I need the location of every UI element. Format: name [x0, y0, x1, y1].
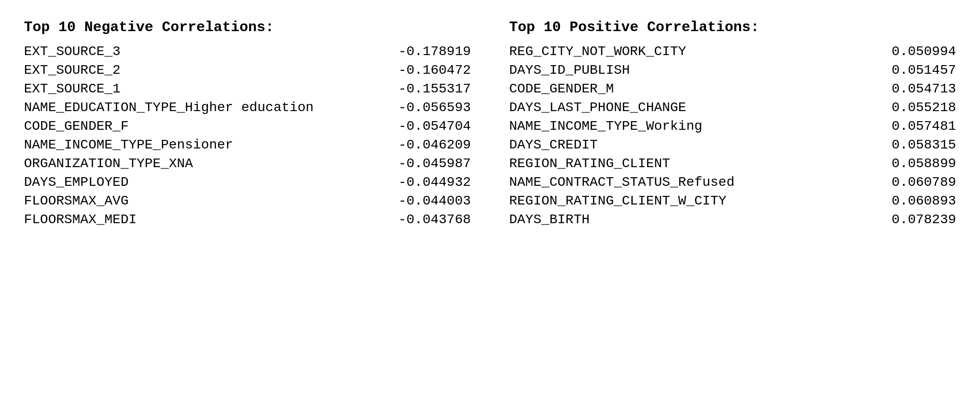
feature-name: REGION_RATING_CLIENT_W_CITY: [509, 193, 727, 208]
feature-value: -0.178919: [399, 44, 471, 59]
table-row: DAYS_EMPLOYED-0.044932: [24, 173, 471, 192]
feature-value: 0.057481: [889, 119, 956, 134]
feature-name: EXT_SOURCE_1: [24, 81, 121, 96]
table-row: FLOORSMAX_AVG-0.044003: [24, 192, 471, 210]
feature-value: -0.043768: [399, 212, 471, 227]
feature-name: DAYS_ID_PUBLISH: [509, 63, 630, 78]
table-row: REG_CITY_NOT_WORK_CITY0.050994: [509, 42, 956, 61]
feature-value: 0.055218: [889, 100, 956, 115]
feature-name: DAYS_BIRTH: [509, 212, 590, 227]
negative-correlations-column: Top 10 Negative Correlations: EXT_SOURCE…: [24, 19, 471, 390]
feature-name: ORGANIZATION_TYPE_XNA: [24, 156, 193, 171]
feature-name: EXT_SOURCE_3: [24, 44, 121, 59]
feature-name: FLOORSMAX_MEDI: [24, 212, 137, 227]
feature-value: -0.046209: [399, 137, 471, 152]
negative-title: Top 10 Negative Correlations:: [24, 19, 471, 35]
feature-value: 0.054713: [889, 81, 956, 96]
table-row: DAYS_CREDIT0.058315: [509, 136, 956, 154]
feature-name: DAYS_EMPLOYED: [24, 175, 128, 190]
feature-name: REG_CITY_NOT_WORK_CITY: [509, 44, 686, 59]
feature-name: NAME_INCOME_TYPE_Working: [509, 119, 702, 134]
table-row: DAYS_LAST_PHONE_CHANGE0.055218: [509, 98, 956, 117]
table-row: EXT_SOURCE_1-0.155317: [24, 80, 471, 98]
feature-value: -0.054704: [399, 119, 471, 134]
table-row: EXT_SOURCE_2-0.160472: [24, 61, 471, 80]
feature-value: 0.078239: [889, 212, 956, 227]
feature-value: -0.044932: [399, 175, 471, 190]
table-row: REGION_RATING_CLIENT_W_CITY0.060893: [509, 192, 956, 210]
feature-name: FLOORSMAX_AVG: [24, 193, 128, 208]
table-row: EXT_SOURCE_3-0.178919: [24, 42, 471, 61]
feature-value: 0.051457: [889, 63, 956, 78]
table-row: CODE_GENDER_M0.054713: [509, 80, 956, 98]
feature-name: CODE_GENDER_M: [509, 81, 614, 96]
table-row: DAYS_ID_PUBLISH0.051457: [509, 61, 956, 80]
feature-name: EXT_SOURCE_2: [24, 63, 121, 78]
feature-value: -0.056593: [399, 100, 471, 115]
main-container: Top 10 Negative Correlations: EXT_SOURCE…: [0, 0, 980, 409]
feature-name: REGION_RATING_CLIENT: [509, 156, 670, 171]
table-row: FLOORSMAX_MEDI-0.043768: [24, 210, 471, 229]
positive-title: Top 10 Positive Correlations:: [509, 19, 956, 35]
feature-name: NAME_INCOME_TYPE_Pensioner: [24, 137, 233, 152]
feature-value: 0.058315: [889, 137, 956, 152]
feature-name: NAME_CONTRACT_STATUS_Refused: [509, 175, 734, 190]
feature-value: -0.044003: [399, 193, 471, 208]
feature-value: -0.045987: [399, 156, 471, 171]
feature-name: NAME_EDUCATION_TYPE_Higher education: [24, 100, 314, 115]
table-row: DAYS_BIRTH0.078239: [509, 210, 956, 229]
table-row: REGION_RATING_CLIENT0.058899: [509, 154, 956, 173]
feature-value: 0.060789: [889, 175, 956, 190]
feature-name: DAYS_CREDIT: [509, 137, 598, 152]
negative-rows: EXT_SOURCE_3-0.178919EXT_SOURCE_2-0.1604…: [24, 42, 471, 229]
feature-value: -0.155317: [399, 81, 471, 96]
table-row: NAME_INCOME_TYPE_Pensioner-0.046209: [24, 136, 471, 154]
feature-value: -0.160472: [399, 63, 471, 78]
feature-name: DAYS_LAST_PHONE_CHANGE: [509, 100, 686, 115]
table-row: NAME_INCOME_TYPE_Working0.057481: [509, 117, 956, 136]
table-row: NAME_CONTRACT_STATUS_Refused0.060789: [509, 173, 956, 192]
feature-value: 0.060893: [889, 193, 956, 208]
positive-rows: REG_CITY_NOT_WORK_CITY0.050994DAYS_ID_PU…: [509, 42, 956, 229]
feature-value: 0.050994: [889, 44, 956, 59]
positive-correlations-column: Top 10 Positive Correlations: REG_CITY_N…: [509, 19, 956, 390]
table-row: ORGANIZATION_TYPE_XNA-0.045987: [24, 154, 471, 173]
table-row: NAME_EDUCATION_TYPE_Higher education-0.0…: [24, 98, 471, 117]
table-row: CODE_GENDER_F-0.054704: [24, 117, 471, 136]
feature-value: 0.058899: [889, 156, 956, 171]
feature-name: CODE_GENDER_F: [24, 119, 128, 134]
